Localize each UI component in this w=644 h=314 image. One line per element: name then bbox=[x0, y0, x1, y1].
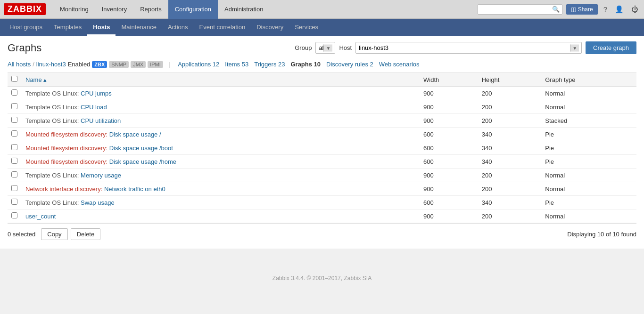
second-nav-link-host-groups[interactable]: Host groups bbox=[4, 19, 48, 36]
top-nav-link-reports[interactable]: Reports bbox=[133, 0, 168, 19]
row-checkbox-1[interactable] bbox=[11, 103, 17, 109]
row-width-1: 900 bbox=[420, 100, 478, 114]
row-name-prefix-8: Template OS Linux: bbox=[25, 199, 81, 206]
row-checkbox-4[interactable] bbox=[11, 144, 17, 150]
row-graph-type-3: Pie bbox=[541, 128, 636, 141]
sub-nav-link-triggers[interactable]: Triggers 23 bbox=[252, 60, 287, 69]
group-select[interactable]: all bbox=[315, 42, 335, 54]
row-name-prefix-3: Mounted filesystem discovery: bbox=[25, 131, 109, 138]
second-nav-link-discovery[interactable]: Discovery bbox=[251, 19, 289, 36]
page-title: Graphs bbox=[8, 42, 295, 54]
row-height-0: 200 bbox=[478, 87, 542, 100]
displaying-info: Displaying 10 of 10 found bbox=[567, 231, 636, 238]
copy-button[interactable]: Copy bbox=[41, 228, 67, 240]
ipmi-tag[interactable]: IPMI bbox=[148, 61, 163, 68]
row-checkbox-0[interactable] bbox=[11, 89, 17, 96]
row-checkbox-7[interactable] bbox=[11, 185, 17, 191]
header-checkbox-col bbox=[8, 73, 22, 87]
table-row: Template OS Linux: Memory usage900200Nor… bbox=[8, 169, 636, 182]
second-nav: Host groupsTemplatesHostsMaintenanceActi… bbox=[0, 19, 644, 36]
top-nav-right: 🔍 ◫ Share ? 👤 ⏻ bbox=[478, 3, 640, 16]
table-row: Template OS Linux: CPU load900200Normal bbox=[8, 100, 636, 114]
current-host-link[interactable]: linux-host3 bbox=[36, 61, 66, 68]
second-nav-link-templates[interactable]: Templates bbox=[48, 19, 87, 36]
second-nav-link-services[interactable]: Services bbox=[289, 19, 324, 36]
share-icon: ◫ bbox=[571, 6, 576, 13]
power-icon[interactable]: ⏻ bbox=[629, 3, 640, 15]
second-nav-link-maintenance[interactable]: Maintenance bbox=[116, 19, 162, 36]
user-icon[interactable]: 👤 bbox=[613, 3, 626, 16]
row-name-prefix-2: Template OS Linux: bbox=[25, 117, 81, 124]
search-wrapper: 🔍 bbox=[478, 4, 562, 15]
second-nav-link-hosts[interactable]: Hosts bbox=[87, 19, 116, 36]
all-hosts-link[interactable]: All hosts bbox=[8, 61, 31, 68]
row-checkbox-2[interactable] bbox=[11, 117, 17, 123]
row-name-prefix-1: Template OS Linux: bbox=[25, 104, 81, 111]
top-nav-link-configuration[interactable]: Configuration bbox=[168, 0, 218, 19]
zbx-tag[interactable]: ZBX bbox=[92, 61, 107, 68]
row-width-3: 600 bbox=[420, 128, 478, 141]
create-graph-button[interactable]: Create graph bbox=[586, 41, 636, 54]
table-row: Mounted filesystem discovery: Disk space… bbox=[8, 155, 636, 169]
breadcrumb-sep1: / bbox=[33, 61, 34, 68]
top-nav-link-inventory[interactable]: Inventory bbox=[95, 0, 133, 19]
host-select[interactable]: linux-host3 bbox=[355, 42, 582, 54]
sub-nav-link-applications[interactable]: Applications 12 bbox=[176, 60, 221, 69]
row-name-link-3[interactable]: Disk space usage / bbox=[109, 131, 161, 138]
row-checkbox-6[interactable] bbox=[11, 171, 17, 177]
snmp-tag[interactable]: SNMP bbox=[109, 61, 129, 68]
row-height-8: 340 bbox=[478, 196, 542, 209]
row-name-1: Template OS Linux: CPU load bbox=[22, 100, 420, 114]
row-name-link-4[interactable]: Disk space usage /boot bbox=[109, 145, 173, 152]
sub-nav-link-items[interactable]: Items 53 bbox=[223, 60, 250, 69]
share-button[interactable]: ◫ Share bbox=[566, 4, 598, 15]
row-checkbox-5[interactable] bbox=[11, 158, 17, 164]
row-name-link-9[interactable]: user_count bbox=[25, 213, 56, 220]
sub-nav-link-graphs[interactable]: Graphs 10 bbox=[289, 60, 322, 69]
row-name-prefix-6: Template OS Linux: bbox=[25, 172, 81, 179]
second-nav-link-actions[interactable]: Actions bbox=[162, 19, 194, 36]
header-name[interactable]: Name ▴ bbox=[22, 73, 420, 87]
row-name-9: user_count bbox=[22, 209, 420, 223]
jmx-tag[interactable]: JMX bbox=[131, 61, 146, 68]
row-height-7: 200 bbox=[478, 182, 542, 196]
main-content: Graphs Group all ▼ Host linux-host3 ▼ Cr… bbox=[0, 36, 644, 249]
second-nav-link-event-correlation[interactable]: Event correlation bbox=[194, 19, 251, 36]
row-width-0: 900 bbox=[420, 87, 478, 100]
row-name-prefix-0: Template OS Linux: bbox=[25, 90, 81, 97]
row-name-link-7[interactable]: Network traffic on eth0 bbox=[104, 185, 165, 193]
row-name-link-8[interactable]: Swap usage bbox=[81, 199, 115, 206]
row-name-7: Network interface discovery: Network tra… bbox=[22, 182, 420, 196]
row-width-5: 600 bbox=[420, 155, 478, 169]
header-width: Width bbox=[420, 73, 478, 87]
breadcrumb-row: All hosts / linux-host3 Enabled ZBX SNMP… bbox=[8, 60, 636, 69]
table-body: Template OS Linux: CPU jumps900200Normal… bbox=[8, 87, 636, 223]
row-name-link-0[interactable]: CPU jumps bbox=[81, 90, 112, 97]
table-row: Mounted filesystem discovery: Disk space… bbox=[8, 141, 636, 155]
top-nav-link-administration[interactable]: Administration bbox=[218, 0, 270, 19]
row-name-link-6[interactable]: Memory usage bbox=[81, 172, 121, 179]
search-input[interactable] bbox=[478, 4, 562, 15]
row-checkbox-3[interactable] bbox=[11, 130, 17, 137]
row-graph-type-5: Pie bbox=[541, 155, 636, 169]
sub-nav-link-discovery-rules[interactable]: Discovery rules 2 bbox=[324, 60, 375, 69]
row-checkbox-9[interactable] bbox=[11, 212, 17, 218]
share-label: Share bbox=[578, 6, 593, 13]
top-nav-link-monitoring[interactable]: Monitoring bbox=[53, 0, 95, 19]
row-name-link-2[interactable]: CPU utilization bbox=[81, 117, 121, 124]
sub-nav-link-web-scenarios[interactable]: Web scenarios bbox=[377, 60, 421, 69]
help-icon[interactable]: ? bbox=[602, 3, 609, 15]
header-height: Height bbox=[478, 73, 542, 87]
row-graph-type-7: Normal bbox=[541, 182, 636, 196]
table-row: user_count900200Normal bbox=[8, 209, 636, 223]
row-checkbox-8[interactable] bbox=[11, 199, 17, 205]
table-row: Template OS Linux: CPU jumps900200Normal bbox=[8, 87, 636, 100]
select-all-checkbox[interactable] bbox=[11, 76, 17, 82]
delete-button[interactable]: Delete bbox=[71, 228, 101, 240]
table-row: Template OS Linux: Swap usage600340Pie bbox=[8, 196, 636, 209]
row-name-link-5[interactable]: Disk space usage /home bbox=[109, 158, 176, 165]
row-width-8: 600 bbox=[420, 196, 478, 209]
row-name-link-1[interactable]: CPU load bbox=[81, 104, 107, 111]
row-name-0: Template OS Linux: CPU jumps bbox=[22, 87, 420, 100]
row-name-8: Template OS Linux: Swap usage bbox=[22, 196, 420, 209]
